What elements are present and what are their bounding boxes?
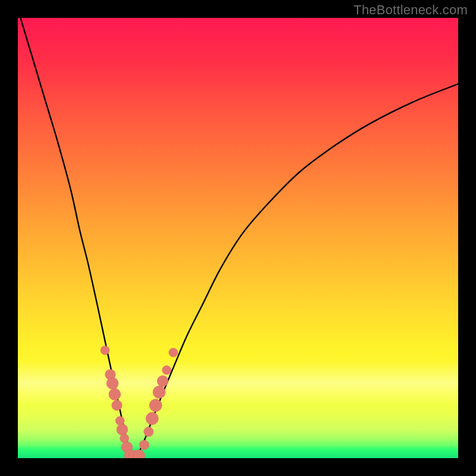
curve-marker xyxy=(109,389,121,400)
curve-marker xyxy=(112,400,122,411)
curve-marker xyxy=(117,424,128,436)
curve-marker xyxy=(120,434,129,443)
bottleneck-curve-path xyxy=(18,18,458,458)
curve-marker xyxy=(101,346,109,355)
plot-area xyxy=(18,18,458,458)
curve-marker xyxy=(162,366,171,375)
chart-stage: TheBottleneck.com xyxy=(0,0,476,476)
chart-overlay-svg xyxy=(18,18,458,458)
curve-markers xyxy=(101,346,178,458)
curve-marker xyxy=(149,399,162,412)
curve-marker xyxy=(169,348,178,357)
curve-marker xyxy=(107,377,118,389)
curve-marker xyxy=(146,412,158,425)
watermark-text: TheBottleneck.com xyxy=(353,2,468,18)
bottleneck-curve xyxy=(18,18,458,458)
curve-marker xyxy=(115,416,124,425)
curve-marker xyxy=(139,440,149,450)
curve-marker xyxy=(144,427,154,437)
curve-marker xyxy=(157,375,168,387)
curve-marker xyxy=(153,386,165,398)
